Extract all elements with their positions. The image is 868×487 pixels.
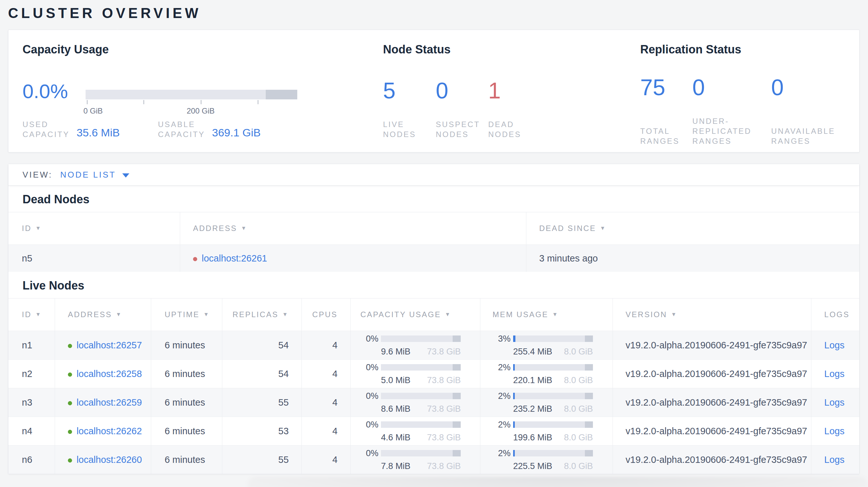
column-header-mem-usage[interactable]: MEM USAGE▼ [480, 298, 613, 331]
capacity-used-value: 9.6 MiB [381, 347, 410, 357]
mem-percent: 2% [493, 362, 510, 372]
sort-arrow-icon: ▼ [203, 312, 210, 318]
column-header-capacity-usage[interactable]: CAPACITY USAGE▼ [351, 298, 480, 331]
capacity-reserved-segment [453, 421, 461, 428]
node-version: v19.2.0-alpha.20190606-2491-gfe735c9a97 [626, 340, 811, 351]
node-address-link[interactable]: localhost:26258 [76, 369, 142, 379]
capacity-usage-bar: 0% 8.6 MiB 73.8 GiB [360, 391, 480, 414]
suspect-nodes-label: SUSPECT NODES [436, 119, 488, 139]
used-capacity-value: 35.6 MiB [76, 126, 120, 139]
capacity-total-value: 73.8 GiB [427, 404, 461, 414]
node-version: v19.2.0-alpha.20190606-2491-gfe735c9a97 [626, 397, 811, 408]
capacity-reserved-segment [453, 450, 461, 456]
nodes-panel: VIEW: NODE LIST Dead Nodes ID▼ ADDRESS▼ … [8, 164, 860, 474]
total-ranges-count: 75 [640, 76, 692, 99]
mem-percent: 2% [493, 420, 510, 430]
column-header-version[interactable]: VERSION▼ [613, 298, 812, 331]
mem-used-value: 225.5 MiB [513, 461, 552, 471]
unavailable-ranges-count: 0 [771, 76, 845, 99]
node-version: v19.2.0-alpha.20190606-2491-gfe735c9a97 [626, 455, 811, 465]
node-version: v19.2.0-alpha.20190606-2491-gfe735c9a97 [626, 426, 811, 436]
column-header-cpus: CPUS [302, 298, 351, 331]
node-logs-link[interactable]: Logs [824, 369, 859, 379]
sort-arrow-icon: ▼ [671, 312, 678, 318]
live-nodes-count: 5 [383, 79, 436, 102]
capacity-reserved-segment [453, 335, 461, 342]
live-status-dot-icon [68, 401, 72, 405]
capacity-percent: 0% [360, 420, 378, 430]
live-node-row: n1 localhost:26257 6 minutes 54 4 0% 9.6… [8, 331, 859, 359]
usable-capacity-value: 369.1 GiB [212, 126, 260, 139]
node-id: n6 [22, 455, 55, 465]
live-nodes-table: ID▼ ADDRESS▼ UPTIME▼ REPLICAS▼ CPUS CAPA… [8, 298, 859, 474]
live-node-row: n6 localhost:26260 6 minutes 55 4 0% 7.8… [8, 445, 859, 474]
column-header-id[interactable]: ID▼ [8, 298, 55, 331]
capacity-minibar [381, 393, 461, 399]
capacity-used-value: 4.6 MiB [381, 433, 410, 443]
capacity-percent: 0% [360, 362, 378, 372]
column-header-uptime[interactable]: UPTIME▼ [151, 298, 222, 331]
column-header-replicas[interactable]: REPLICAS▼ [222, 298, 302, 331]
capacity-minibar [381, 364, 461, 370]
node-logs-link[interactable]: Logs [824, 426, 859, 436]
node-status-title: Node Status [383, 43, 640, 56]
node-logs-link[interactable]: Logs [824, 340, 859, 351]
mem-fill [513, 421, 515, 428]
node-address-link[interactable]: localhost:26257 [76, 340, 142, 350]
live-node-row: n4 localhost:26262 6 minutes 53 4 0% 4.6… [8, 417, 859, 445]
node-replicas: 53 [278, 426, 288, 436]
node-logs-link[interactable]: Logs [824, 397, 859, 408]
column-header-address[interactable]: ADDRESS▼ [180, 212, 526, 245]
capacity-gauge-chart: 0 GiB 200 GiB [86, 90, 297, 99]
axis-tick [144, 100, 144, 104]
capacity-gauge-axis: 0 GiB 200 GiB [86, 100, 297, 117]
mem-fill [513, 335, 516, 342]
capacity-total-value: 73.8 GiB [427, 433, 461, 443]
axis-tick-label: 0 GiB [83, 106, 103, 116]
node-replicas: 54 [278, 369, 288, 379]
node-address-link[interactable]: localhost:26262 [76, 426, 142, 436]
column-header-id[interactable]: ID▼ [8, 212, 180, 245]
mem-used-value: 199.6 MiB [513, 433, 552, 443]
node-cpus: 4 [332, 369, 338, 379]
column-header-dead-since[interactable]: DEAD SINCE▼ [526, 212, 859, 245]
node-uptime: 6 minutes [165, 455, 222, 465]
column-header-address[interactable]: ADDRESS▼ [55, 298, 151, 331]
capacity-minibar [381, 450, 461, 456]
live-status-dot-icon [68, 372, 72, 377]
node-version: v19.2.0-alpha.20190606-2491-gfe735c9a97 [626, 369, 811, 379]
live-node-row: n2 localhost:26258 6 minutes 54 4 0% 5.0… [8, 359, 859, 388]
mem-percent: 3% [493, 334, 510, 344]
dead-since-value: 3 minutes ago [539, 253, 859, 264]
live-status-dot-icon [68, 344, 72, 348]
used-capacity-label: USED CAPACITY [23, 119, 76, 139]
column-header-logs: LOGS [811, 298, 859, 331]
axis-tick [87, 100, 88, 104]
capacity-used-value: 8.6 MiB [381, 404, 410, 414]
node-cpus: 4 [332, 340, 338, 351]
mem-usage-bar: 2% 220.1 MiB 8.0 GiB [493, 362, 613, 385]
under-replicated-ranges-count: 0 [692, 76, 771, 99]
node-replicas: 55 [278, 455, 288, 465]
live-nodes-header-row: ID▼ ADDRESS▼ UPTIME▼ REPLICAS▼ CPUS CAPA… [8, 298, 859, 331]
node-logs-link[interactable]: Logs [824, 455, 859, 465]
node-address-link[interactable]: localhost:26259 [76, 397, 142, 408]
axis-tick-label: 200 GiB [187, 106, 215, 116]
mem-reserved-segment [585, 393, 593, 399]
node-address-link[interactable]: localhost:26261 [202, 253, 267, 263]
sort-arrow-icon: ▼ [35, 312, 42, 318]
dead-nodes-heading: Dead Nodes [23, 193, 859, 206]
node-uptime: 6 minutes [165, 369, 222, 379]
mem-usage-bar: 2% 235.2 MiB 8.0 GiB [493, 391, 613, 414]
axis-tick [201, 100, 202, 104]
live-node-row: n3 localhost:26259 6 minutes 55 4 0% 8.6… [8, 388, 859, 417]
mem-minibar [513, 335, 593, 342]
sort-arrow-icon: ▼ [600, 225, 607, 232]
mem-total-value: 8.0 GiB [564, 433, 593, 443]
node-address-link[interactable]: localhost:26260 [76, 455, 142, 465]
view-selector-dropdown[interactable]: NODE LIST [60, 170, 129, 180]
node-uptime: 6 minutes [165, 426, 222, 436]
dead-nodes-table: ID▼ ADDRESS▼ DEAD SINCE▼ n5 localhost:26… [8, 212, 859, 272]
node-replicas: 54 [278, 340, 288, 351]
capacity-usage-bar: 0% 7.8 MiB 73.8 GiB [360, 448, 480, 471]
